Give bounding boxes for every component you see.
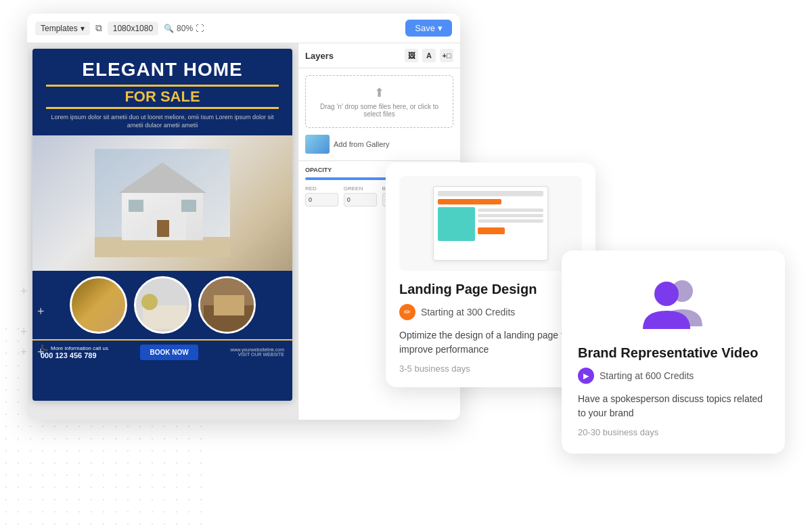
zoom-icon: 🔍 bbox=[164, 24, 174, 33]
upload-text: Drag 'n' drop some files here, or click … bbox=[320, 103, 438, 118]
brand-credits-text: Starting at 600 Credits bbox=[600, 370, 694, 381]
canvas-subtitle: FOR SALE bbox=[46, 85, 279, 109]
save-button[interactable]: Save ▾ bbox=[405, 20, 452, 37]
landing-title: Landing Page Design bbox=[399, 282, 582, 297]
circle-image-1 bbox=[70, 276, 127, 334]
svg-rect-9 bbox=[181, 200, 196, 212]
lp-text-lines bbox=[478, 207, 543, 241]
lp-content bbox=[438, 207, 543, 241]
brand-credits-icon: ▶ bbox=[578, 368, 594, 384]
house-image bbox=[32, 135, 292, 271]
lp-line-1 bbox=[478, 209, 543, 212]
canvas-footer: 📞 More information call us 000 123 456 7… bbox=[32, 339, 292, 364]
upload-area[interactable]: ⬆ Drag 'n' drop some files here, or clic… bbox=[305, 75, 453, 128]
people-icon bbox=[636, 272, 710, 330]
phone-label: More information call us bbox=[51, 345, 108, 351]
svg-rect-8 bbox=[129, 200, 143, 212]
layer-add-icon[interactable]: +□ bbox=[440, 49, 453, 62]
svg-point-12 bbox=[141, 294, 158, 310]
zoom-expand-icon: ⛶ bbox=[196, 24, 204, 33]
green-field: GREEN 0 bbox=[344, 185, 377, 206]
layer-text-icon[interactable]: A bbox=[422, 49, 436, 62]
layers-action-icons: 🖼 A +□ bbox=[405, 49, 453, 62]
svg-rect-15 bbox=[214, 295, 244, 315]
brand-icon-area bbox=[578, 267, 769, 334]
svg-point-17 bbox=[654, 282, 679, 306]
canvas-size[interactable]: 1080x1080 bbox=[108, 22, 158, 35]
canvas-circles bbox=[32, 271, 292, 339]
book-now-button: BOOK NOW bbox=[140, 345, 198, 360]
lp-cta-block bbox=[478, 227, 505, 234]
add-gallery-button[interactable]: Add from Gallery bbox=[305, 135, 453, 154]
save-dropdown-icon: ▾ bbox=[438, 23, 443, 33]
landing-preview bbox=[399, 176, 582, 271]
lp-accent-bar bbox=[438, 199, 501, 204]
lp-mockup bbox=[433, 186, 548, 261]
chevron-down-icon: ▾ bbox=[81, 24, 85, 33]
brand-days: 20-30 business days bbox=[578, 427, 769, 437]
layers-title: Layers bbox=[305, 51, 334, 61]
plus-decor-4: + bbox=[20, 345, 28, 359]
brand-title: Brand Representative Video bbox=[578, 345, 769, 361]
lp-top-bar bbox=[438, 191, 543, 196]
save-label: Save bbox=[415, 23, 435, 33]
red-field: RED 0 bbox=[305, 185, 338, 206]
red-value: 0 bbox=[305, 193, 338, 206]
website-info: www.yourwebsitelink.com VISIT OUR WEBSIT… bbox=[230, 347, 284, 357]
footer-contact: 📞 More information call us 000 123 456 7… bbox=[41, 345, 108, 359]
landing-credits-text: Starting at 300 Credits bbox=[421, 307, 515, 317]
website-url: www.yourwebsitelink.com bbox=[230, 347, 284, 352]
plus-decor-2: + bbox=[20, 325, 28, 339]
layers-header: Layers 🖼 A +□ bbox=[298, 43, 460, 68]
landing-description: Optimize the design of a landing page to… bbox=[399, 328, 582, 357]
landing-credits-icon: ✏ bbox=[399, 304, 415, 320]
circle-image-3 bbox=[198, 276, 256, 334]
brand-credits-row: ▶ Starting at 600 Credits bbox=[578, 368, 769, 384]
lp-line-2 bbox=[478, 214, 543, 217]
canvas-title: ELEGANT HOME bbox=[46, 60, 279, 81]
templates-label: Templates bbox=[41, 24, 78, 33]
lp-image-block bbox=[438, 207, 475, 241]
zoom-value: 80% bbox=[177, 24, 193, 33]
copy-icon[interactable]: ⧉ bbox=[95, 22, 102, 34]
brand-card: Brand Representative Video ▶ Starting at… bbox=[562, 250, 785, 454]
landing-days: 3-5 business days bbox=[399, 364, 582, 374]
editor-canvas[interactable]: ELEGANT HOME FOR SALE Lorem ipsum dolor … bbox=[27, 43, 298, 420]
add-gallery-label: Add from Gallery bbox=[334, 140, 390, 148]
house-svg bbox=[95, 149, 230, 257]
gallery-thumbnail bbox=[305, 135, 330, 154]
svg-rect-7 bbox=[157, 220, 169, 237]
red-label: RED bbox=[305, 185, 338, 192]
plus-decor-1: + bbox=[20, 284, 28, 299]
zoom-control[interactable]: 🔍 80% ⛶ bbox=[164, 24, 204, 33]
phone-number: 000 123 456 789 bbox=[41, 351, 108, 359]
canvas-description: Lorem ipsum dolor sit ametii duo ut loor… bbox=[46, 113, 279, 130]
templates-dropdown[interactable]: Templates ▾ bbox=[35, 22, 90, 35]
opacity-label: OPACITY bbox=[305, 167, 332, 173]
lp-line-3 bbox=[478, 219, 543, 223]
canvas-header: ELEGANT HOME FOR SALE Lorem ipsum dolor … bbox=[32, 49, 292, 135]
design-canvas: ELEGANT HOME FOR SALE Lorem ipsum dolor … bbox=[32, 49, 292, 401]
editor-toolbar: Templates ▾ ⧉ 1080x1080 🔍 80% ⛶ Save ▾ bbox=[27, 14, 460, 43]
brand-description: Have a spokesperson discuss topics relat… bbox=[578, 392, 769, 420]
landing-credits-row: ✏ Starting at 300 Credits bbox=[399, 304, 582, 320]
green-label: GREEN bbox=[344, 185, 377, 192]
green-value: 0 bbox=[344, 193, 377, 206]
circle-image-2 bbox=[134, 276, 191, 334]
layer-image-icon[interactable]: 🖼 bbox=[405, 49, 418, 62]
visit-label: VISIT OUR WEBSITE bbox=[230, 352, 284, 357]
